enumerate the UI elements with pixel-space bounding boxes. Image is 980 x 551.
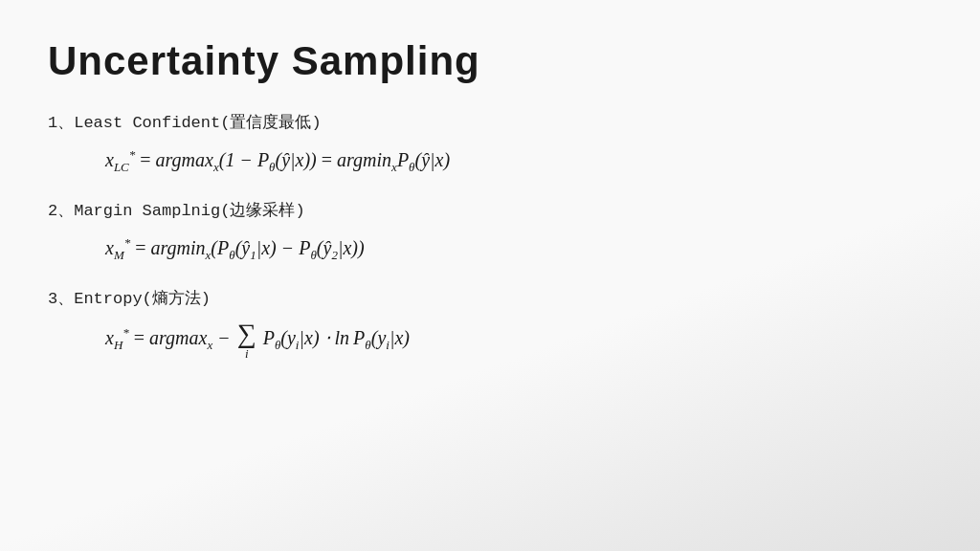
section-least-confident: 1、Least Confident(置信度最低) xLC* = argmaxx(…: [48, 111, 932, 182]
slide: Uncertainty Sampling 1、Least Confident(置…: [0, 0, 980, 551]
formula-3: xH* = argmaxx − ∑ i Pθ(yi|x) ⋅ ln Pθ(yi|…: [105, 317, 932, 364]
section-1-label: 1、Least Confident(置信度最低): [48, 111, 932, 133]
section-3-label: 3、Entropy(熵方法): [48, 287, 932, 309]
section-2-label: 2、Margin Samplnig(边缘采样): [48, 199, 932, 221]
section-entropy: 3、Entropy(熵方法) xH* = argmaxx − ∑ i Pθ(yi…: [48, 287, 932, 364]
formula-2: xM* = argminx(Pθ(ŷ1|x) − Pθ(ŷ2|x)): [105, 229, 932, 270]
section-margin-sampling: 2、Margin Samplnig(边缘采样) xM* = argminx(Pθ…: [48, 199, 932, 270]
page-title: Uncertainty Sampling: [48, 38, 932, 84]
formula-1: xLC* = argmaxx(1 − Pθ(ŷ|x)) = argminxPθ(…: [105, 141, 932, 182]
